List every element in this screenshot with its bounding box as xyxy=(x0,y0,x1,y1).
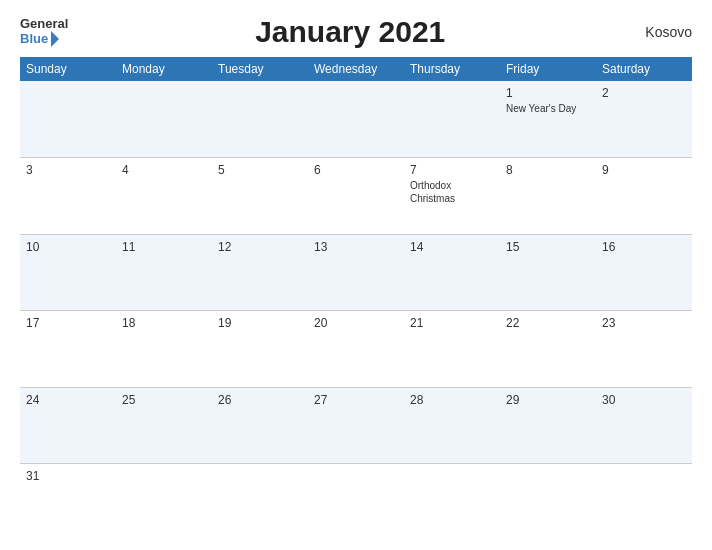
table-row: 4 xyxy=(116,158,212,235)
day-number: 5 xyxy=(218,163,302,177)
table-row: 22 xyxy=(500,311,596,388)
day-number: 3 xyxy=(26,163,110,177)
table-row: 6 xyxy=(308,158,404,235)
table-row: 19 xyxy=(212,311,308,388)
day-number: 22 xyxy=(506,316,590,330)
day-number: 31 xyxy=(26,469,110,483)
holiday-name: New Year's Day xyxy=(506,102,590,115)
table-row: 31 xyxy=(20,464,116,541)
day-number: 24 xyxy=(26,393,110,407)
day-number: 11 xyxy=(122,240,206,254)
calendar-week-row: 24252627282930 xyxy=(20,387,692,464)
table-row: 23 xyxy=(596,311,692,388)
day-number: 9 xyxy=(602,163,686,177)
day-number: 18 xyxy=(122,316,206,330)
table-row: 30 xyxy=(596,387,692,464)
table-row: 15 xyxy=(500,234,596,311)
calendar-title: January 2021 xyxy=(68,15,632,49)
table-row: 26 xyxy=(212,387,308,464)
table-row: 16 xyxy=(596,234,692,311)
day-number: 4 xyxy=(122,163,206,177)
table-row: 2 xyxy=(596,81,692,158)
weekday-header-row: Sunday Monday Tuesday Wednesday Thursday… xyxy=(20,57,692,81)
logo-triangle-icon xyxy=(51,31,59,47)
day-number: 23 xyxy=(602,316,686,330)
table-row xyxy=(500,464,596,541)
day-number: 30 xyxy=(602,393,686,407)
table-row: 7Orthodox Christmas xyxy=(404,158,500,235)
day-number: 21 xyxy=(410,316,494,330)
table-row xyxy=(20,81,116,158)
table-row: 21 xyxy=(404,311,500,388)
calendar-week-row: 17181920212223 xyxy=(20,311,692,388)
calendar-week-row: 10111213141516 xyxy=(20,234,692,311)
table-row xyxy=(596,464,692,541)
table-row: 9 xyxy=(596,158,692,235)
day-number: 26 xyxy=(218,393,302,407)
logo-blue-text: Blue xyxy=(20,31,68,47)
header-saturday: Saturday xyxy=(596,57,692,81)
day-number: 28 xyxy=(410,393,494,407)
table-row: 13 xyxy=(308,234,404,311)
table-row xyxy=(212,81,308,158)
table-row: 1New Year's Day xyxy=(500,81,596,158)
day-number: 27 xyxy=(314,393,398,407)
day-number: 13 xyxy=(314,240,398,254)
table-row xyxy=(116,81,212,158)
table-row: 20 xyxy=(308,311,404,388)
day-number: 17 xyxy=(26,316,110,330)
header-thursday: Thursday xyxy=(404,57,500,81)
holiday-name: Orthodox Christmas xyxy=(410,179,494,205)
day-number: 2 xyxy=(602,86,686,100)
day-number: 7 xyxy=(410,163,494,177)
day-number: 25 xyxy=(122,393,206,407)
table-row: 3 xyxy=(20,158,116,235)
header-wednesday: Wednesday xyxy=(308,57,404,81)
day-number: 10 xyxy=(26,240,110,254)
table-row: 17 xyxy=(20,311,116,388)
table-row: 8 xyxy=(500,158,596,235)
day-number: 19 xyxy=(218,316,302,330)
table-row xyxy=(212,464,308,541)
table-row: 18 xyxy=(116,311,212,388)
day-number: 1 xyxy=(506,86,590,100)
table-row: 25 xyxy=(116,387,212,464)
table-row: 11 xyxy=(116,234,212,311)
table-row: 28 xyxy=(404,387,500,464)
header-tuesday: Tuesday xyxy=(212,57,308,81)
table-row xyxy=(308,464,404,541)
day-number: 15 xyxy=(506,240,590,254)
day-number: 6 xyxy=(314,163,398,177)
calendar-week-row: 1New Year's Day2 xyxy=(20,81,692,158)
day-number: 12 xyxy=(218,240,302,254)
calendar-page: General Blue January 2021 Kosovo Sunday … xyxy=(0,0,712,550)
day-number: 29 xyxy=(506,393,590,407)
calendar-table: Sunday Monday Tuesday Wednesday Thursday… xyxy=(20,57,692,540)
country-label: Kosovo xyxy=(632,24,692,40)
logo: General Blue xyxy=(20,17,68,47)
table-row xyxy=(308,81,404,158)
calendar-week-row: 31 xyxy=(20,464,692,541)
table-row: 5 xyxy=(212,158,308,235)
table-row: 14 xyxy=(404,234,500,311)
header-friday: Friday xyxy=(500,57,596,81)
day-number: 20 xyxy=(314,316,398,330)
header-monday: Monday xyxy=(116,57,212,81)
header-sunday: Sunday xyxy=(20,57,116,81)
day-number: 16 xyxy=(602,240,686,254)
table-row: 27 xyxy=(308,387,404,464)
calendar-header: General Blue January 2021 Kosovo xyxy=(20,15,692,49)
logo-general-text: General xyxy=(20,17,68,31)
table-row xyxy=(404,464,500,541)
day-number: 8 xyxy=(506,163,590,177)
table-row: 10 xyxy=(20,234,116,311)
table-row: 24 xyxy=(20,387,116,464)
table-row: 12 xyxy=(212,234,308,311)
calendar-week-row: 34567Orthodox Christmas89 xyxy=(20,158,692,235)
day-number: 14 xyxy=(410,240,494,254)
table-row: 29 xyxy=(500,387,596,464)
table-row xyxy=(116,464,212,541)
table-row xyxy=(404,81,500,158)
